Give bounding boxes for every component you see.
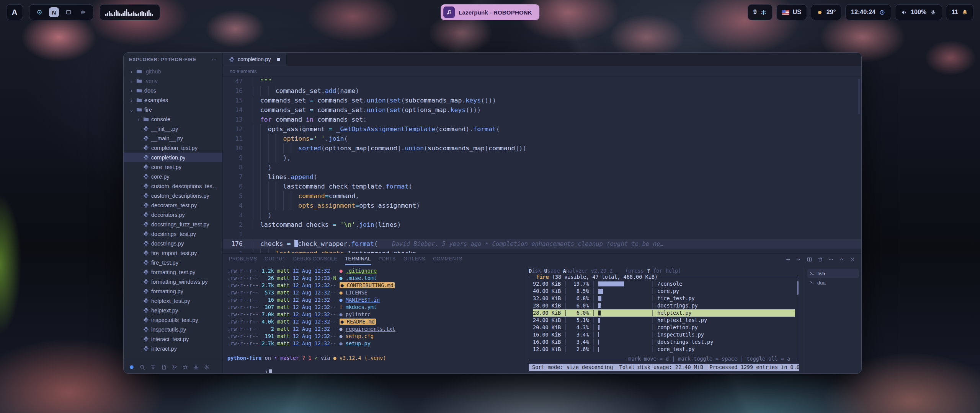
extensions-icon[interactable] [193, 364, 199, 370]
tree-item-custom_descriptions.py[interactable]: custom_descriptions.py [124, 191, 222, 200]
terminal-session-dua[interactable]: dua [807, 278, 859, 287]
tree-item-decorators_test.py[interactable]: decorators_test.py [124, 200, 222, 210]
code-line[interactable]: 16commands_set.add(name) [223, 86, 861, 96]
workspace-3[interactable] [64, 7, 74, 17]
code-line[interactable]: 5command=command, [223, 191, 861, 201]
workspace-4[interactable] [78, 7, 88, 17]
panel-tab-problems[interactable]: PROBLEMS [229, 254, 257, 265]
code-line[interactable]: 47""" [223, 76, 861, 86]
code-line[interactable]: 11options=' '.join( [223, 134, 861, 143]
code-line[interactable]: 13for command in commands_set: [223, 115, 861, 124]
tree-item-__init__.py[interactable]: __init__.py [124, 124, 222, 133]
more-actions-icon[interactable] [828, 257, 834, 262]
tree-item-interact.py[interactable]: interact.py [124, 344, 222, 353]
tree-item-docstrings.py[interactable]: docstrings.py [124, 239, 222, 248]
tree-item-.github[interactable]: ›.github [124, 67, 222, 76]
clock-widget[interactable]: 12:40:24 [845, 4, 891, 20]
dua-scrollbar[interactable] [797, 281, 799, 295]
panel-tab-gitlens[interactable]: GITLENS [403, 254, 425, 265]
code-line[interactable]: 2lastcommand_checks = '\n'.join(lines) [223, 220, 861, 229]
code-line[interactable]: 1lastcommand_checks=lastcommand_checks, [223, 249, 861, 253]
tree-item-inspectutils.py[interactable]: inspectutils.py [124, 325, 222, 334]
tree-item-inspectutils_test.py[interactable]: inspectutils_test.py [124, 315, 222, 325]
dua-row[interactable]: 24.00 KiB│5.1%││helptext_test.py [533, 317, 795, 324]
files-icon[interactable] [161, 364, 167, 370]
tab-completion-py[interactable]: completion.py [223, 53, 287, 66]
maximize-panel-icon[interactable] [839, 257, 844, 262]
tree-item-helptext_test.py[interactable]: helptext_test.py [124, 296, 222, 306]
tree-item-formatting_test.py[interactable]: formatting_test.py [124, 267, 222, 277]
code-line[interactable]: 3) [223, 210, 861, 220]
tree-item-core.py[interactable]: core.py [124, 172, 222, 181]
tree-item-formatting_windows.py[interactable]: formatting_windows.py [124, 277, 222, 286]
panel-tab-debug-console[interactable]: DEBUG CONSOLE [293, 254, 338, 265]
code-line[interactable]: 12opts_assignment = _GetOptsAssignmentTe… [223, 124, 861, 134]
dua-row[interactable]: 92.00 KiB│19.7%││/console [533, 280, 795, 288]
panel-tab-terminal[interactable]: TERMINAL [345, 254, 371, 265]
launch-profile-chevron-icon[interactable] [796, 257, 802, 262]
close-panel-icon[interactable] [849, 257, 855, 262]
tree-item-interact_test.py[interactable]: interact_test.py [124, 334, 222, 344]
tree-item-helptext.py[interactable]: helptext.py [124, 306, 222, 315]
dua-row[interactable]: 28.00 KiB│6.0%││helptext.py [533, 309, 795, 317]
code-line[interactable]: 1 [223, 229, 861, 239]
remote-icon[interactable] [129, 364, 135, 370]
debug-icon[interactable] [182, 364, 188, 370]
notifications-widget[interactable]: 11 [946, 4, 974, 20]
tree-item-completion.py[interactable]: completion.py [124, 153, 222, 162]
code-editor[interactable]: 47"""16commands_set.add(name)15commands_… [223, 76, 861, 253]
tree-item-custom_descriptions_test.py[interactable]: custom_descriptions_test.py [124, 181, 222, 191]
tree-item-__main__.py[interactable]: __main__.py [124, 133, 222, 143]
workspace-switcher[interactable]: N [29, 4, 93, 20]
tree-item-.venv[interactable]: ›.venv [124, 76, 222, 86]
volume-widget[interactable]: 100% [895, 4, 942, 20]
updates-widget[interactable]: 9 [748, 4, 773, 20]
new-terminal-icon[interactable] [785, 257, 791, 262]
tree-item-docstrings_test.py[interactable]: docstrings_test.py [124, 229, 222, 239]
filter-icon[interactable] [150, 364, 156, 370]
tree-item-core_test.py[interactable]: core_test.py [124, 162, 222, 172]
settings-icon[interactable] [204, 364, 210, 370]
tree-item-completion_test.py[interactable]: completion_test.py [124, 143, 222, 153]
dua-row[interactable]: 20.00 KiB│4.3%││completion.py [533, 324, 795, 331]
tree-item-decorators.py[interactable]: decorators.py [124, 210, 222, 220]
explorer-more-actions-icon[interactable] [211, 57, 217, 63]
tree-item-docstrings_fuzz_test.py[interactable]: docstrings_fuzz_test.py [124, 220, 222, 229]
split-terminal-icon[interactable] [807, 257, 812, 262]
workspace-2[interactable]: N [49, 7, 59, 17]
dua-row[interactable]: 28.00 KiB│6.0%││docstrings.py [533, 302, 795, 309]
disk-usage-pane[interactable]: Disk Usage Analyzer v2.29.2 (press ? for… [524, 267, 803, 373]
tree-item-examples[interactable]: ›examples [124, 95, 222, 105]
branch-icon[interactable] [172, 364, 178, 370]
tree-item-docs[interactable]: ›docs [124, 86, 222, 95]
breadcrumb[interactable]: no elements [223, 66, 861, 76]
dua-row[interactable]: 12.00 KiB│2.6%││core_test.py [533, 346, 795, 353]
panel-tab-comments[interactable]: COMMENTS [433, 254, 462, 265]
terminal-pane[interactable]: .rw-r--r--1.2kmatt12 Aug 12:32--●.gitign… [227, 267, 524, 373]
search-icon[interactable] [139, 364, 145, 370]
terminal-session-fish[interactable]: fish [807, 269, 859, 278]
editor-scrollbar[interactable] [858, 79, 860, 114]
dua-row[interactable]: 16.00 KiB│3.4%││inspectutils.py [533, 331, 795, 338]
kill-terminal-icon[interactable] [817, 257, 823, 262]
tree-item-formatting.py[interactable]: formatting.py [124, 286, 222, 296]
code-line[interactable]: 176checks = check_wrapper.format(David B… [223, 239, 861, 249]
code-line[interactable]: 8) [223, 163, 861, 172]
panel-tab-output[interactable]: OUTPUT [265, 254, 285, 265]
code-line[interactable]: 9), [223, 153, 861, 163]
launcher-button[interactable]: A [6, 4, 23, 20]
dua-row[interactable]: 40.00 KiB│8.5%││core.py [533, 288, 795, 295]
tree-item-fire[interactable]: ⌄fire [124, 105, 222, 114]
system-graph[interactable] [100, 4, 160, 20]
code-line[interactable]: 15commands_set = commands_set.union(set(… [223, 96, 861, 105]
weather-widget[interactable]: 29° [811, 4, 841, 20]
workspace-1[interactable] [34, 7, 44, 17]
modified-dot-icon[interactable] [277, 58, 280, 61]
tree-item-fire_test.py[interactable]: fire_test.py [124, 258, 222, 267]
code-line[interactable]: 6lastcommand_check_template.format( [223, 182, 861, 191]
code-line[interactable]: 14commands_set = commands_set.union(set(… [223, 105, 861, 115]
tree-item-console[interactable]: ›console [124, 114, 222, 124]
dua-row[interactable]: 16.00 KiB│3.4%││docstrings_test.py [533, 338, 795, 346]
media-player-widget[interactable]: Lazerpunk - ROBOPHONK [441, 4, 539, 20]
dua-row[interactable]: 32.00 KiB│6.8%││fire_test.py [533, 295, 795, 302]
